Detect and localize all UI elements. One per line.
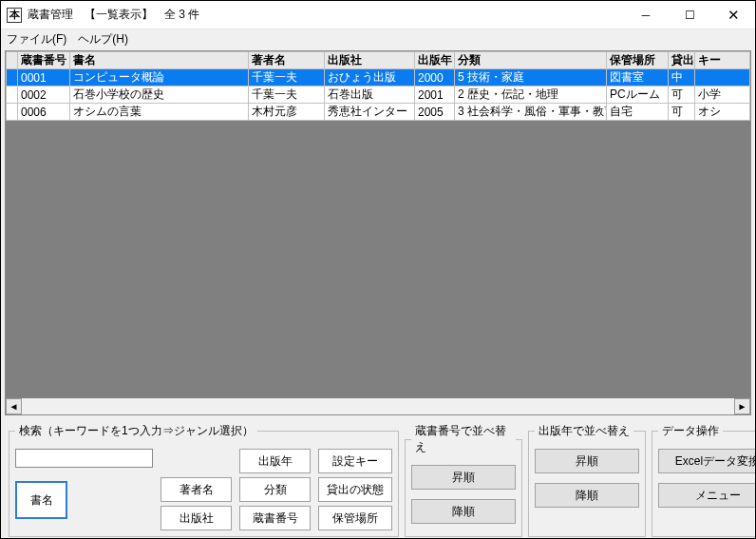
col-id[interactable]: 蔵書番号 [18, 52, 70, 69]
search-by-publisher-button[interactable]: 出版社 [161, 506, 232, 530]
col-title[interactable]: 書名 [70, 52, 249, 69]
search-by-category-button[interactable]: 分類 [239, 477, 311, 502]
close-button[interactable]: ✕ [711, 1, 755, 29]
window-title: 蔵書管理 【一覧表示】 全 3 件 [28, 7, 624, 23]
search-group: 検索（キーワードを1つ入力⇒ジャンル選択） 書名 著者名 出版社 出版年 分類 … [9, 423, 399, 537]
search-input[interactable] [15, 449, 153, 468]
data-grid[interactable]: 蔵書番号 書名 著者名 出版社 出版年 分類 保管場所 貸出 キー 0001コン… [6, 51, 750, 121]
table-row[interactable]: 0006オシムの言葉木村元彦秀恵社インター20053 社会科学・風俗・軍事・教育… [7, 104, 750, 121]
col-author[interactable]: 著者名 [249, 52, 325, 69]
col-selector[interactable] [7, 52, 18, 69]
search-by-id-button[interactable]: 蔵書番号 [239, 506, 311, 530]
sort-year-legend: 出版年で並べ替え [535, 423, 633, 439]
search-by-lend-button[interactable]: 貸出の状態 [318, 477, 392, 502]
sort-by-id-group: 蔵書番号で並べ替え 昇順 降順 [405, 423, 522, 537]
col-year[interactable]: 出版年 [415, 52, 455, 69]
col-rest[interactable]: キー [695, 52, 750, 69]
col-location[interactable]: 保管場所 [607, 52, 669, 69]
menu-help[interactable]: ヘルプ(H) [78, 31, 128, 48]
col-publisher[interactable]: 出版社 [325, 52, 415, 69]
search-legend: 検索（キーワードを1つ入力⇒ジャンル選択） [15, 423, 257, 439]
table-row[interactable]: 0002石巻小学校の歴史千葉一夫石巻出版20012 歴史・伝記・地理PCルーム可… [7, 87, 750, 104]
maximize-button[interactable]: ☐ [668, 1, 711, 29]
data-grid-container: 蔵書番号 書名 著者名 出版社 出版年 分類 保管場所 貸出 キー 0001コン… [5, 50, 751, 415]
search-by-location-button[interactable]: 保管場所 [318, 506, 392, 530]
col-category[interactable]: 分類 [455, 52, 607, 69]
sort-by-year-group: 出版年で並べ替え 昇順 降順 [528, 423, 646, 537]
menu-file[interactable]: ファイル(F) [7, 31, 66, 48]
menu-bar: ファイル(F) ヘルプ(H) [1, 29, 755, 48]
horizontal-scrollbar[interactable]: ◄ ► [6, 398, 750, 414]
sort-id-asc-button[interactable]: 昇順 [411, 465, 516, 490]
search-by-setkey-button[interactable]: 設定キー [318, 449, 392, 473]
title-bar: 本 蔵書管理 【一覧表示】 全 3 件 ─ ☐ ✕ [1, 1, 755, 29]
search-by-year-button[interactable]: 出版年 [239, 449, 311, 473]
excel-export-button[interactable]: Excelデータ変換 [658, 449, 756, 473]
col-lend[interactable]: 貸出 [669, 52, 695, 69]
table-row[interactable]: 0001コンピュータ概論千葉一夫おひょう出版20005 技術・家庭図書室中 [7, 69, 750, 87]
data-ops-group: データ操作 Excelデータ変換 メニュー [652, 423, 756, 537]
scroll-left-button[interactable]: ◄ [6, 398, 22, 414]
sort-id-desc-button[interactable]: 降順 [411, 499, 516, 524]
scroll-right-button[interactable]: ► [734, 398, 750, 414]
data-ops-legend: データ操作 [658, 423, 723, 439]
search-by-title-button[interactable]: 書名 [15, 481, 67, 519]
search-by-author-button[interactable]: 著者名 [161, 477, 232, 502]
app-icon: 本 [7, 8, 22, 23]
menu-button[interactable]: メニュー [658, 483, 756, 508]
sort-id-legend: 蔵書番号で並べ替え [411, 423, 516, 455]
sort-year-asc-button[interactable]: 昇順 [535, 449, 639, 473]
minimize-button[interactable]: ─ [624, 1, 668, 29]
sort-year-desc-button[interactable]: 降順 [535, 483, 639, 508]
